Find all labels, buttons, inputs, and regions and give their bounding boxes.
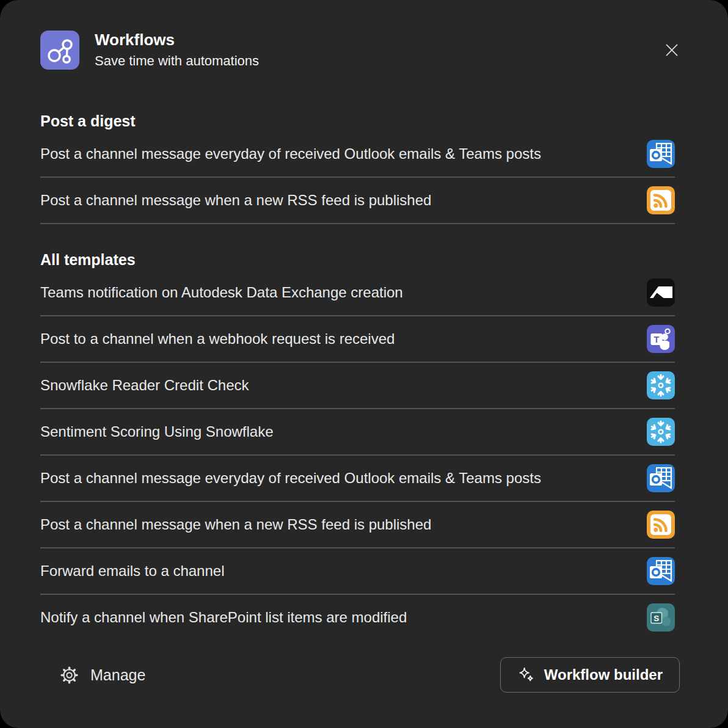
gear-icon xyxy=(59,664,80,686)
workflow-template-row[interactable]: Post a channel message when a new RSS fe… xyxy=(40,502,675,548)
dialog-subtitle: Save time with automations xyxy=(95,53,259,69)
outlook-icon xyxy=(647,557,675,585)
workflow-template-label: Sentiment Scoring Using Snowflake xyxy=(40,423,274,440)
workflow-builder-label: Workflow builder xyxy=(544,666,663,683)
template-list: Post a channel message everyday of recei… xyxy=(40,131,675,224)
rss-icon xyxy=(647,186,675,214)
workflow-template-label: Notify a channel when SharePoint list it… xyxy=(40,609,407,626)
workflow-template-row[interactable]: Post a channel message when a new RSS fe… xyxy=(40,178,675,224)
workflow-template-row[interactable]: Forward emails to a channel xyxy=(40,548,675,595)
svg-text:S: S xyxy=(653,614,659,623)
close-button[interactable] xyxy=(661,39,683,61)
template-list: Teams notification on Autodesk Data Exch… xyxy=(40,270,675,640)
workflow-template-label: Forward emails to a channel xyxy=(40,562,224,580)
sharepoint-icon: S xyxy=(647,603,675,632)
rss-icon xyxy=(647,511,675,539)
manage-button[interactable]: Manage xyxy=(59,664,145,686)
workflow-template-row[interactable]: Notify a channel when SharePoint list it… xyxy=(40,595,675,640)
workflow-template-label: Post a channel message everyday of recei… xyxy=(40,470,541,487)
workflow-template-row[interactable]: Post a channel message everyday of recei… xyxy=(40,456,675,502)
snowflake-icon xyxy=(647,418,675,446)
workflow-template-row[interactable]: Snowflake Reader Credit Check xyxy=(40,363,675,409)
workflow-template-label: Teams notification on Autodesk Data Exch… xyxy=(40,284,403,301)
workflow-template-row[interactable]: Post to a channel when a webhook request… xyxy=(40,316,675,363)
manage-label: Manage xyxy=(90,666,145,684)
workflow-template-label: Snowflake Reader Credit Check xyxy=(40,377,249,394)
workflow-template-label: Post to a channel when a webhook request… xyxy=(40,330,395,348)
section: Post a digestPost a channel message ever… xyxy=(40,112,675,224)
dialog-header: Workflows Save time with automations xyxy=(0,0,728,70)
workflow-builder-button[interactable]: Workflow builder xyxy=(500,657,680,693)
svg-text:T: T xyxy=(654,335,660,344)
dialog-footer: Manage Workflow builder xyxy=(59,657,680,693)
workflow-template-row[interactable]: Sentiment Scoring Using Snowflake xyxy=(40,409,675,456)
close-icon xyxy=(662,40,682,60)
autodesk-icon xyxy=(647,278,675,307)
teams-icon: T xyxy=(647,325,675,353)
workflow-template-label: Post a channel message when a new RSS fe… xyxy=(40,516,431,533)
workflow-template-row[interactable]: Teams notification on Autodesk Data Exch… xyxy=(40,270,675,316)
section-heading: All templates xyxy=(40,251,675,269)
section: All templatesTeams notification on Autod… xyxy=(40,251,675,640)
section-heading: Post a digest xyxy=(40,112,675,130)
dialog-title: Workflows xyxy=(95,31,259,49)
workflow-template-row[interactable]: Post a channel message everyday of recei… xyxy=(40,131,675,178)
workflows-dialog: Workflows Save time with automations Pos… xyxy=(0,0,728,728)
outlook-icon xyxy=(647,140,675,168)
snowflake-icon xyxy=(647,371,675,399)
workflow-template-label: Post a channel message everyday of recei… xyxy=(40,145,541,162)
template-sections: Post a digestPost a channel message ever… xyxy=(0,112,728,640)
workflow-template-label: Post a channel message when a new RSS fe… xyxy=(40,192,431,209)
workflows-icon xyxy=(40,31,79,70)
header-text: Workflows Save time with automations xyxy=(95,31,259,69)
sparkle-icon xyxy=(517,666,535,684)
outlook-icon xyxy=(647,464,675,492)
